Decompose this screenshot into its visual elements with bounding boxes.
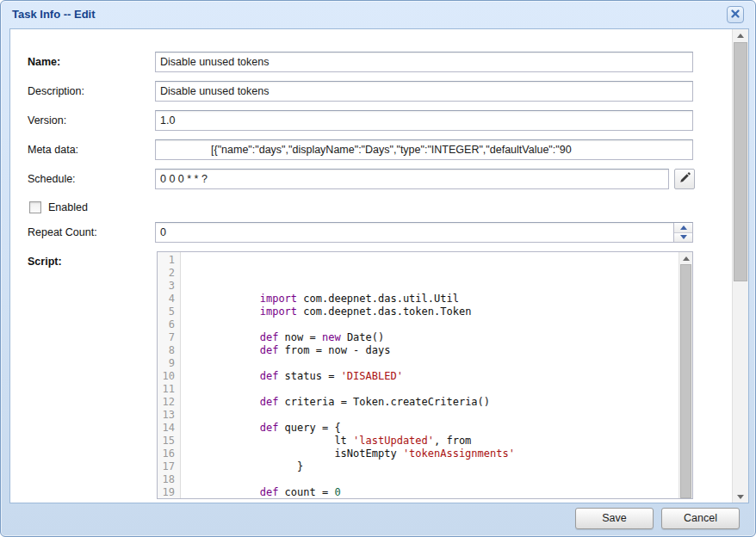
scroll-down-icon [737, 495, 744, 499]
schedule-edit-button[interactable] [674, 169, 695, 189]
cancel-button[interactable]: Cancel [661, 508, 740, 529]
name-label: Name: [28, 52, 152, 72]
panel-scroll-up-button[interactable] [733, 29, 748, 41]
meta-data-input[interactable] [155, 139, 693, 160]
scroll-up-icon [683, 256, 690, 261]
version-row: Version: [28, 110, 699, 131]
version-label: Version: [28, 110, 152, 131]
schedule-label: Schedule: [28, 169, 152, 189]
name-input[interactable] [155, 52, 693, 72]
chevron-up-icon [680, 225, 687, 230]
script-code-editor[interactable]: 12345678910111213141516171819 import com… [157, 251, 693, 499]
description-input[interactable] [155, 81, 693, 102]
save-button[interactable]: Save [575, 508, 654, 529]
editor-scrollbar-thumb[interactable] [680, 264, 691, 498]
dialog-title: Task Info -- Edit [12, 8, 96, 21]
code-lines[interactable]: import com.deepnet.das.util.Util import … [182, 252, 679, 498]
editor-scrollbar[interactable] [679, 252, 692, 498]
schedule-input[interactable] [155, 169, 669, 189]
pencil-icon [679, 171, 691, 188]
description-label: Description: [28, 81, 152, 102]
description-row: Description: [28, 81, 699, 102]
meta-data-row: Meta data: [28, 139, 699, 160]
panel-scrollbar-thumb[interactable] [734, 42, 747, 281]
enabled-row: Enabled [28, 201, 699, 214]
meta-data-label: Meta data: [28, 139, 152, 160]
form-panel: Name: Description: Version: Meta data: S… [9, 28, 749, 503]
repeat-count-label: Repeat Count: [28, 222, 152, 243]
version-input[interactable] [155, 110, 693, 131]
repeat-count-spinner [673, 223, 692, 242]
enabled-checkbox[interactable] [29, 201, 41, 213]
script-label: Script: [28, 251, 152, 272]
panel-scroll-down-button[interactable] [733, 491, 748, 503]
repeat-count-row: Repeat Count: [28, 222, 699, 243]
editor-scroll-up-button[interactable] [679, 252, 692, 264]
chevron-down-icon [680, 235, 687, 239]
gutter: 12345678910111213141516171819 [158, 252, 181, 498]
spinner-up-button[interactable] [674, 223, 692, 232]
panel-scrollbar[interactable] [732, 29, 748, 503]
enabled-label: Enabled [48, 201, 88, 214]
repeat-count-input[interactable] [155, 222, 693, 243]
spinner-down-button[interactable] [674, 232, 692, 243]
dialog-titlebar: Task Info -- Edit [1, 1, 755, 27]
close-icon [730, 7, 741, 22]
scroll-up-icon [737, 34, 744, 38]
task-info-edit-dialog: Task Info -- Edit Name: Description: Ver… [0, 0, 756, 537]
close-button[interactable] [727, 6, 744, 23]
name-row: Name: [28, 52, 699, 72]
schedule-row: Schedule: [28, 169, 699, 189]
